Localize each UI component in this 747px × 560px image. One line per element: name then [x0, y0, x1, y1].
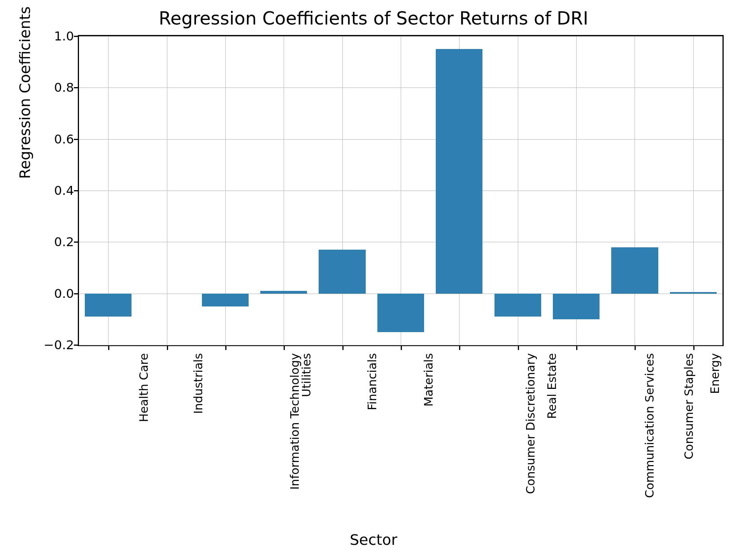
x-tick-mark [518, 346, 519, 350]
x-tick-label: Materials [422, 353, 435, 407]
bar [85, 294, 132, 317]
y-tick-mark [74, 345, 78, 346]
y-tick-mark [74, 293, 78, 294]
x-tick-mark [167, 346, 168, 350]
bar [260, 291, 307, 294]
x-tick-mark [108, 346, 109, 350]
y-tick-mark [74, 87, 78, 88]
gridline-vertical [693, 36, 694, 345]
y-tick-label: 0.2 [4, 234, 74, 249]
chart-title: Regression Coefficients of Sector Return… [0, 8, 747, 29]
x-tick-mark [284, 346, 285, 350]
gridline-vertical [342, 36, 343, 345]
plot-area [78, 35, 724, 346]
x-tick-label: Health Care [137, 353, 151, 422]
gridline-vertical [635, 36, 635, 345]
x-tick-label: Real Estate [545, 353, 558, 419]
bar [202, 294, 249, 306]
x-tick-label: Consumer Discretionary [524, 353, 537, 494]
y-tick-label: −0.2 [4, 338, 74, 352]
gridline-horizontal [79, 345, 722, 345]
x-tick-mark [225, 346, 226, 350]
x-tick-mark [342, 346, 344, 350]
bar [553, 294, 600, 319]
x-tick-label: Consumer Staples [682, 353, 696, 459]
x-tick-mark [576, 346, 577, 350]
y-tick-mark [74, 190, 78, 191]
x-tick-label: Financials [365, 353, 379, 410]
figure: Regression Coefficients of Sector Return… [0, 0, 747, 560]
x-tick-label: Utilities [300, 353, 314, 397]
bar [377, 294, 424, 332]
y-tick-label: 1.0 [4, 29, 74, 44]
x-tick-mark [693, 346, 694, 350]
gridline-vertical [284, 36, 284, 345]
y-tick-mark [74, 242, 78, 243]
bar [436, 49, 482, 294]
bar [670, 292, 717, 293]
x-tick-label: Industrials [191, 353, 205, 414]
y-tick-label: 0.6 [4, 132, 74, 147]
gridline-vertical [167, 36, 167, 345]
x-tick-label: Energy [708, 353, 721, 394]
x-tick-mark [459, 346, 460, 350]
y-tick-label: 0.4 [4, 183, 74, 198]
x-tick-mark [401, 346, 402, 350]
bar [611, 247, 658, 294]
bar [319, 250, 365, 293]
x-axis-label: Sector [0, 531, 747, 548]
bar [494, 294, 541, 317]
y-tick-mark [74, 36, 78, 37]
x-tick-label: Information Technology [288, 353, 302, 490]
y-tick-mark [74, 139, 78, 140]
y-tick-label: 0.8 [4, 80, 74, 95]
x-tick-mark [635, 346, 636, 350]
y-tick-label: 0.0 [4, 286, 74, 301]
x-tick-label: Communication Services [643, 353, 656, 498]
